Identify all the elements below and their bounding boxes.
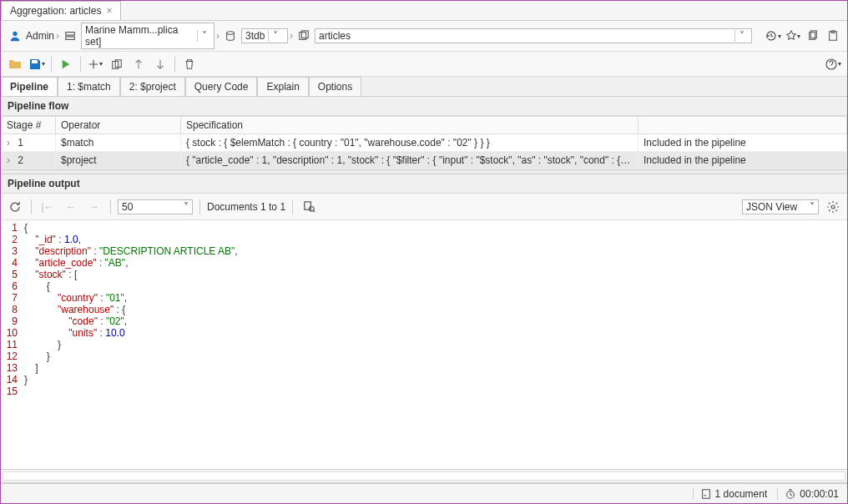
editor-tab-aggregation[interactable]: Aggregation: articles × bbox=[1, 1, 121, 20]
subtab-2-project[interactable]: 2: $project bbox=[120, 77, 185, 96]
save-icon[interactable]: ▾ bbox=[28, 55, 46, 73]
svg-rect-2 bbox=[66, 37, 75, 40]
table-row[interactable]: › 2$project{ "article_code" : 1, "descri… bbox=[2, 152, 847, 169]
close-icon[interactable]: × bbox=[106, 5, 112, 17]
view-mode-select[interactable]: JSON View ˅ bbox=[742, 199, 819, 214]
paste-icon[interactable] bbox=[824, 27, 842, 45]
add-stage-icon[interactable]: ▾ bbox=[86, 55, 104, 73]
clock-icon bbox=[785, 488, 796, 500]
pipeline-flow-header: Pipeline flow bbox=[1, 97, 847, 116]
history-icon[interactable]: ▾ bbox=[764, 27, 782, 45]
chevron-right-icon: › bbox=[290, 30, 293, 42]
svg-point-3 bbox=[227, 32, 235, 35]
status-bar: 1 document 00:00:01 bbox=[1, 483, 847, 503]
chevron-down-icon: ˅ bbox=[197, 30, 210, 42]
table-row[interactable]: › 1$match{ stock : { $elemMatch : { coun… bbox=[2, 134, 847, 152]
subtab-pipeline[interactable]: Pipeline bbox=[1, 77, 58, 96]
copy-icon[interactable] bbox=[804, 27, 822, 45]
find-icon[interactable] bbox=[300, 198, 318, 216]
settings-icon[interactable] bbox=[824, 198, 842, 216]
subtab-options[interactable]: Options bbox=[309, 77, 361, 96]
json-output[interactable]: 1{2 "_id" : 1.0,3 "description" : "DESCR… bbox=[1, 220, 847, 470]
chevron-right-icon: › bbox=[56, 30, 59, 42]
col-header[interactable]: Stage # bbox=[2, 117, 56, 134]
pipeline-flow-table: Stage #OperatorSpecification › 1$match{ … bbox=[1, 116, 847, 169]
collection-value: articles bbox=[319, 30, 731, 42]
chevron-down-icon: ˅ bbox=[810, 201, 815, 213]
move-up-icon[interactable] bbox=[129, 55, 148, 73]
database-icon bbox=[221, 27, 240, 45]
col-header[interactable] bbox=[639, 117, 847, 134]
col-header[interactable]: Specification bbox=[181, 117, 639, 134]
first-page-icon[interactable]: |← bbox=[38, 198, 57, 216]
subtab-query-code[interactable]: Query Code bbox=[185, 77, 258, 96]
doc-count-label: 1 document bbox=[715, 488, 768, 500]
pipeline-output-header: Pipeline output bbox=[1, 174, 847, 194]
col-header[interactable]: Operator bbox=[56, 117, 181, 134]
duplicate-icon[interactable] bbox=[108, 55, 126, 73]
delete-icon[interactable] bbox=[180, 55, 199, 73]
server-value: Marine Mamm...plica set] bbox=[85, 24, 194, 48]
chevron-down-icon: ˅ bbox=[734, 30, 748, 42]
toolbar: ▾ ▾ ▾ bbox=[1, 52, 847, 77]
user-icon bbox=[6, 27, 24, 45]
database-select[interactable]: 3tdb ˅ bbox=[241, 28, 288, 43]
editor-tabs: Aggregation: articles × bbox=[1, 1, 847, 21]
exec-time: 00:00:01 bbox=[777, 488, 839, 500]
subtab-1-match[interactable]: 1: $match bbox=[58, 77, 120, 96]
subtabs: Pipeline1: $match2: $projectQuery CodeEx… bbox=[1, 77, 847, 97]
chevron-right-icon[interactable]: › bbox=[7, 137, 15, 149]
open-icon[interactable] bbox=[6, 55, 24, 73]
prev-page-icon[interactable]: ← bbox=[62, 198, 80, 216]
server-icon bbox=[61, 27, 79, 45]
svg-rect-17 bbox=[702, 489, 709, 498]
output-toolbar: |← ← → 50 ˅ Documents 1 to 1 JSON View ˅ bbox=[1, 194, 847, 220]
refresh-icon[interactable] bbox=[6, 198, 24, 216]
move-down-icon[interactable] bbox=[151, 55, 169, 73]
subtab-explain[interactable]: Explain bbox=[257, 77, 308, 96]
svg-point-16 bbox=[831, 205, 835, 209]
svg-point-0 bbox=[13, 32, 17, 36]
run-icon[interactable] bbox=[57, 55, 75, 73]
user-label: Admin bbox=[26, 30, 54, 42]
doc-count: 1 document bbox=[693, 488, 768, 500]
page-size-value: 50 bbox=[122, 201, 133, 213]
chevron-down-icon: ˅ bbox=[268, 30, 281, 42]
tab-title: Aggregation: articles bbox=[10, 5, 101, 17]
doc-range-label: Documents 1 to 1 bbox=[207, 201, 285, 213]
document-icon bbox=[700, 488, 712, 500]
exec-time-label: 00:00:01 bbox=[800, 488, 839, 500]
chevron-down-icon: ˅ bbox=[184, 201, 189, 213]
svg-rect-14 bbox=[304, 202, 310, 209]
server-select[interactable]: Marine Mamm...plica set] ˅ bbox=[81, 23, 215, 49]
star-icon[interactable]: ▾ bbox=[784, 27, 802, 45]
help-icon[interactable]: ▾ bbox=[824, 55, 842, 73]
breadcrumb: Admin › Marine Mamm...plica set] ˅ › 3td… bbox=[1, 21, 847, 52]
collection-select[interactable]: articles ˅ bbox=[315, 28, 752, 43]
chevron-right-icon[interactable]: › bbox=[7, 154, 15, 166]
svg-rect-1 bbox=[66, 33, 75, 36]
page-size-select[interactable]: 50 ˅ bbox=[118, 199, 193, 214]
next-page-icon[interactable]: → bbox=[85, 198, 103, 216]
collection-icon bbox=[295, 27, 313, 45]
svg-rect-10 bbox=[32, 60, 38, 63]
chevron-right-icon: › bbox=[216, 30, 220, 42]
hscroll[interactable] bbox=[3, 471, 845, 481]
database-value: 3tdb bbox=[245, 30, 265, 42]
view-mode-value: JSON View bbox=[746, 201, 797, 213]
